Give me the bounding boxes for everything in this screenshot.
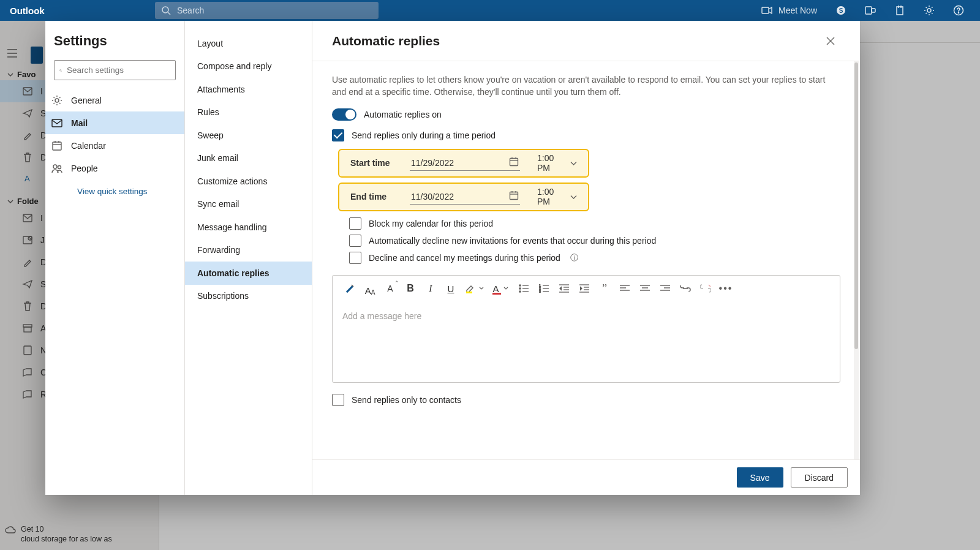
end-time-value: 1:00 PM xyxy=(537,187,560,206)
font-color-button[interactable]: A xyxy=(490,281,511,296)
indent-button[interactable] xyxy=(577,281,592,296)
header-right-group: Meet Now S xyxy=(761,5,980,16)
chevron-down-icon xyxy=(479,287,484,290)
link-button[interactable] xyxy=(678,281,693,296)
start-time-select[interactable]: 1:00 PM xyxy=(537,153,577,173)
search-icon xyxy=(59,66,62,75)
outdent-button[interactable] xyxy=(557,281,571,296)
svg-rect-6 xyxy=(872,9,875,12)
global-search-input[interactable] xyxy=(177,6,372,15)
app-header: Outlook Meet Now S xyxy=(0,0,980,21)
chevron-down-icon xyxy=(503,287,508,290)
subnav-sweep[interactable]: Sweep xyxy=(185,124,312,147)
cancel-meetings-checkbox[interactable] xyxy=(349,252,361,264)
autoreply-toggle[interactable] xyxy=(332,108,356,121)
align-center-button[interactable] xyxy=(638,281,652,296)
start-time-row: Start time 1:00 PM xyxy=(338,149,589,178)
start-time-label: Start time xyxy=(350,158,393,168)
start-date-field[interactable] xyxy=(410,156,520,171)
pane-footer: Save Discard xyxy=(312,459,860,495)
meet-now-button[interactable]: Meet Now xyxy=(761,6,817,15)
subnav-layout[interactable]: Layout xyxy=(185,32,312,55)
category-people[interactable]: People xyxy=(45,157,184,179)
subnav-rules[interactable]: Rules xyxy=(185,101,312,124)
end-date-field[interactable] xyxy=(410,189,520,205)
pane-title: Automatic replies xyxy=(332,34,440,48)
subnav-customize-actions[interactable]: Customize actions xyxy=(185,170,312,193)
gear-icon xyxy=(51,95,62,106)
svg-point-46 xyxy=(519,291,521,292)
autoreply-toggle-label: Automatic replies on xyxy=(364,110,442,119)
svg-point-21 xyxy=(60,69,62,71)
help-icon[interactable] xyxy=(953,5,964,16)
view-quick-settings-link[interactable]: View quick settings xyxy=(54,179,176,196)
font-size-button[interactable]: A⌃ xyxy=(383,281,398,296)
bullet-list-button[interactable] xyxy=(516,281,531,296)
category-mail[interactable]: Mail xyxy=(45,111,184,134)
more-formatting-button[interactable]: ••• xyxy=(718,281,733,296)
settings-title: Settings xyxy=(54,33,176,49)
category-general[interactable]: General xyxy=(45,89,184,111)
settings-search-input[interactable] xyxy=(67,66,170,75)
gear-icon[interactable] xyxy=(924,5,935,16)
scroll-thumb[interactable] xyxy=(854,62,858,349)
svg-text:3: 3 xyxy=(539,290,541,293)
calendar-icon[interactable] xyxy=(509,190,519,203)
calendar-icon[interactable] xyxy=(509,157,519,169)
settings-search[interactable] xyxy=(54,60,176,80)
underline-button[interactable]: U xyxy=(443,281,458,296)
svg-rect-41 xyxy=(466,292,472,293)
notes-icon[interactable] xyxy=(894,5,905,16)
number-list-button[interactable]: 123 xyxy=(537,281,551,296)
svg-text:S: S xyxy=(839,7,843,14)
cancel-meetings-info-icon[interactable]: ⓘ xyxy=(570,252,578,263)
message-textarea[interactable]: Add a message here xyxy=(333,303,840,382)
end-time-label: End time xyxy=(350,192,393,202)
end-time-select[interactable]: 1:00 PM xyxy=(537,187,577,206)
time-period-checkbox[interactable] xyxy=(332,129,344,141)
bold-button[interactable]: B xyxy=(403,281,418,296)
start-time-value: 1:00 PM xyxy=(537,153,560,173)
message-editor: AA A⌃ B I U A 123 ” • xyxy=(332,275,840,383)
subnav-subscriptions[interactable]: Subscriptions xyxy=(185,285,312,308)
align-left-button[interactable] xyxy=(617,281,632,296)
italic-button[interactable]: I xyxy=(423,281,438,296)
time-period-block: Start time 1:00 PM End time xyxy=(338,149,840,211)
global-search[interactable] xyxy=(155,2,379,19)
end-date-input[interactable] xyxy=(411,192,484,202)
block-calendar-checkbox[interactable] xyxy=(349,217,361,230)
cancel-meetings-label: Decline and cancel my meetings during th… xyxy=(369,253,560,263)
svg-point-9 xyxy=(958,12,959,13)
subnav-message-handling[interactable]: Message handling xyxy=(185,216,312,239)
svg-point-30 xyxy=(58,165,61,168)
discard-button[interactable]: Discard xyxy=(791,467,848,488)
pane-body: Use automatic replies to let others know… xyxy=(312,61,860,459)
font-family-button[interactable]: AA xyxy=(363,281,377,296)
subnav-automatic-replies[interactable]: Automatic replies xyxy=(185,262,312,285)
svg-line-22 xyxy=(61,70,62,71)
subnav-forwarding[interactable]: Forwarding xyxy=(185,239,312,262)
scrollbar[interactable] xyxy=(854,61,859,459)
block-calendar-label: Block my calendar for this period xyxy=(369,219,493,228)
subnav-attachments[interactable]: Attachments xyxy=(185,78,312,101)
teams-icon[interactable] xyxy=(865,5,876,16)
mail-subnav-column: Layout Compose and reply Attachments Rul… xyxy=(185,21,312,495)
highlight-button[interactable] xyxy=(464,281,484,296)
start-date-input[interactable] xyxy=(411,158,484,168)
intro-text: Use automatic replies to let others know… xyxy=(332,73,840,99)
quote-button[interactable]: ” xyxy=(597,281,612,296)
close-button[interactable] xyxy=(821,31,840,51)
format-painter-button[interactable] xyxy=(342,281,357,296)
unlink-button[interactable] xyxy=(698,281,713,296)
contacts-only-checkbox[interactable] xyxy=(332,394,344,406)
skype-icon[interactable]: S xyxy=(835,5,846,16)
save-button[interactable]: Save xyxy=(737,467,783,488)
category-calendar[interactable]: Calendar xyxy=(45,134,184,157)
subnav-compose[interactable]: Compose and reply xyxy=(185,55,312,78)
subnav-junk[interactable]: Junk email xyxy=(185,147,312,170)
align-right-button[interactable] xyxy=(658,281,673,296)
subnav-sync-email[interactable]: Sync email xyxy=(185,193,312,216)
decline-invitations-label: Automatically decline new invitations fo… xyxy=(369,236,656,246)
category-label: General xyxy=(71,96,102,105)
decline-invitations-checkbox[interactable] xyxy=(349,235,361,247)
